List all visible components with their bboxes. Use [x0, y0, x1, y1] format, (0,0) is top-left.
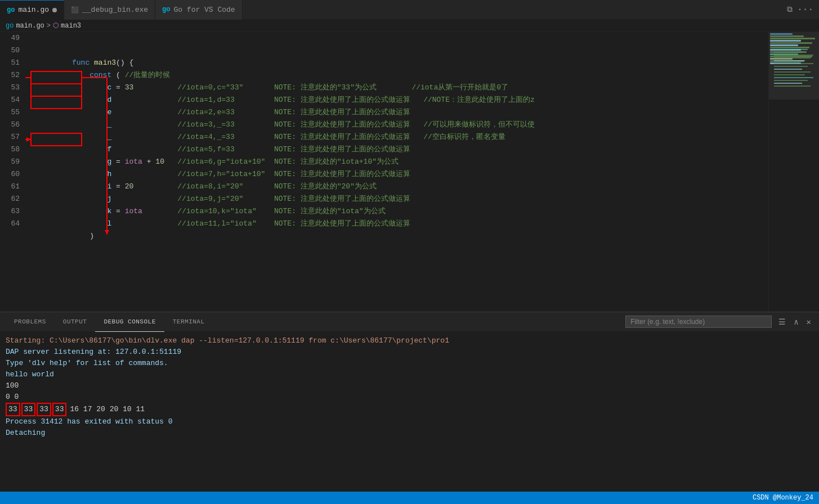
console-line-1: Starting: C:\Users\86177\go\bin\dlv.exe …	[6, 335, 813, 346]
code-line-63: l //iota=11,l="iota" NOTE: 注意此处使用了上面的公式做…	[28, 205, 768, 218]
code-line-55: _ //iota=3,_=33 NOTE: 注意此处使用了上面的公式做运算 //…	[28, 106, 768, 119]
tab-problems[interactable]: PROBLEMS	[6, 312, 55, 332]
tab-go-vscode[interactable]: go Go for VS Code	[155, 0, 243, 20]
svg-rect-14	[774, 57, 811, 58]
svg-rect-19	[774, 71, 811, 73]
svg-rect-18	[774, 69, 802, 70]
ln-58: 58	[0, 143, 20, 156]
breadcrumb-symbol-icon: ⬡	[53, 21, 59, 30]
breadcrumb-file[interactable]: main.go	[16, 22, 44, 30]
code-editor[interactable]: 49 50 51 52 53 54 55 56 57 58 59 60 61 6…	[0, 32, 819, 312]
ln-64: 64	[0, 218, 20, 230]
code-line-51: const ( //批量的时候	[28, 57, 768, 69]
code-line-61: j //iota=9,j="20" NOTE: 注意此处使用了上面的公式做运算	[28, 181, 768, 193]
panel-close-icon[interactable]: ✕	[804, 316, 813, 328]
console-line-9: Detaching	[6, 428, 813, 439]
breadcrumb-go-icon: go	[6, 22, 14, 30]
split-editor-icon[interactable]: ⧉	[787, 5, 793, 14]
tab-main-go-label: main.go	[18, 6, 49, 14]
tab-bar: go main.go ⬛ __debug_bin.exe go Go for V…	[0, 0, 819, 20]
filter-input[interactable]	[625, 316, 772, 328]
breadcrumb-symbol[interactable]: main3	[61, 22, 81, 30]
ln-54: 54	[0, 94, 20, 106]
panel-tab-right: ☰ ∧ ✕	[625, 316, 813, 328]
svg-rect-22	[774, 80, 808, 81]
go-icon-tab1: go	[7, 6, 15, 14]
console-line-7: 33 33 33 33 16 17 20 20 10 11	[6, 403, 813, 416]
ln-62: 62	[0, 193, 20, 205]
ln-57: 57	[0, 131, 20, 143]
code-line-57: f //iota=5,f=33 NOTE: 注意此处使用了上面的公式做运算	[28, 131, 768, 143]
tab-debug-bin-label: __debug_bin.exe	[82, 6, 148, 14]
svg-rect-20	[774, 74, 805, 75]
code-line-49	[28, 32, 768, 44]
output-val-4: 33	[52, 403, 67, 416]
svg-rect-21	[774, 77, 813, 78]
tab-debug-console[interactable]: DEBUG CONSOLE	[95, 312, 164, 332]
svg-rect-24	[774, 86, 811, 87]
code-line-59: h //iota=7,h="iota+10" NOTE: 注意此处使用了上面的公…	[28, 156, 768, 168]
console-line-4: hello world	[6, 369, 813, 380]
code-line-62: k = iota //iota=10,k="iota" NOTE: 注意此处的"…	[28, 193, 768, 205]
breadcrumb-separator: >	[47, 22, 51, 30]
tab-debug-bin[interactable]: ⬛ __debug_bin.exe	[64, 0, 155, 20]
output-val-rest: 16 17 20 20 10 11	[70, 404, 145, 415]
svg-rect-16	[774, 63, 813, 64]
panel-icons: ☰ ∧ ✕	[776, 316, 813, 328]
code-lines: func main3() { const ( //批量的时候 c = 33 //…	[25, 32, 768, 312]
tab-modified-dot	[52, 8, 57, 12]
console-line-5: 100	[6, 380, 813, 392]
code-line-52: c = 33 //iota=0,c="33" NOTE: 注意此处的"33"为公…	[28, 69, 768, 82]
ln-50: 50	[0, 44, 20, 57]
bottom-panel: PROBLEMS OUTPUT DEBUG CONSOLE TERMINAL ☰…	[0, 312, 819, 492]
tab-go-vscode-label: Go for VS Code	[173, 6, 235, 14]
code-line-54: e //iota=2,e=33 NOTE: 注意此处使用了上面的公式做运算	[28, 94, 768, 106]
code-line-50: func main3() {	[28, 44, 768, 57]
breadcrumb: go main.go > ⬡ main3	[0, 20, 819, 32]
panel-clear-icon[interactable]: ☰	[776, 316, 788, 328]
ln-60: 60	[0, 168, 20, 181]
ln-53: 53	[0, 82, 20, 94]
ln-61: 61	[0, 181, 20, 193]
output-val-2: 33	[21, 403, 36, 416]
code-line-53: d //iota=1,d=33 NOTE: 注意此处使用了上面的公式做运算 //…	[28, 82, 768, 94]
ln-49: 49	[0, 32, 20, 44]
console-line-8: Process 31412 has exited with status 0	[6, 416, 813, 428]
svg-rect-12	[774, 52, 802, 53]
go-icon-tab3: go	[162, 6, 170, 14]
ln-51: 51	[0, 57, 20, 69]
ln-52: 52	[0, 69, 20, 82]
code-line-56: _ //iota=4,_=33 NOTE: 注意此处使用了上面的公式做运算 //…	[28, 119, 768, 131]
minimap	[768, 32, 819, 312]
ln-63: 63	[0, 205, 20, 218]
panel-content: Starting: C:\Users\86177\go\bin\dlv.exe …	[0, 332, 819, 492]
tab-output[interactable]: OUTPUT	[55, 312, 96, 332]
svg-marker-10	[105, 230, 109, 235]
tab-bar-actions: ⧉ ···	[787, 4, 819, 15]
code-line-60: i = 20 //iota=8,i="20" NOTE: 注意此处的"20"为公…	[28, 168, 768, 181]
code-line-58: g = iota + 10 //iota=6,g="iota+10" NOTE:…	[28, 143, 768, 156]
console-line-2: DAP server listening at: 127.0.0.1:51119	[6, 346, 813, 358]
output-val-3: 33	[37, 403, 51, 416]
panel-collapse-icon[interactable]: ∧	[791, 316, 800, 328]
status-text: CSDN @Monkey_24	[753, 494, 813, 502]
svg-rect-23	[774, 83, 802, 84]
ln-55: 55	[0, 106, 20, 119]
more-actions-icon[interactable]: ···	[797, 4, 813, 15]
console-line-3: Type 'dlv help' for list of commands.	[6, 358, 813, 369]
status-bar: CSDN @Monkey_24	[0, 492, 819, 504]
console-line-6: 0 0	[6, 392, 813, 403]
tab-terminal[interactable]: TERMINAL	[164, 312, 213, 332]
debug-icon-tab2: ⬛	[71, 6, 79, 14]
panel-tabs: PROBLEMS OUTPUT DEBUG CONSOLE TERMINAL ☰…	[0, 312, 819, 332]
ln-56: 56	[0, 119, 20, 131]
svg-rect-15	[774, 60, 805, 61]
code-line-64: )	[28, 218, 768, 230]
svg-rect-17	[774, 66, 808, 67]
line-numbers: 49 50 51 52 53 54 55 56 57 58 59 60 61 6…	[0, 32, 25, 312]
main-area: 49 50 51 52 53 54 55 56 57 58 59 60 61 6…	[0, 32, 819, 312]
svg-rect-13	[774, 55, 813, 56]
output-val-1: 33	[6, 403, 20, 416]
ln-59: 59	[0, 156, 20, 168]
tab-main-go[interactable]: go main.go	[0, 0, 64, 20]
